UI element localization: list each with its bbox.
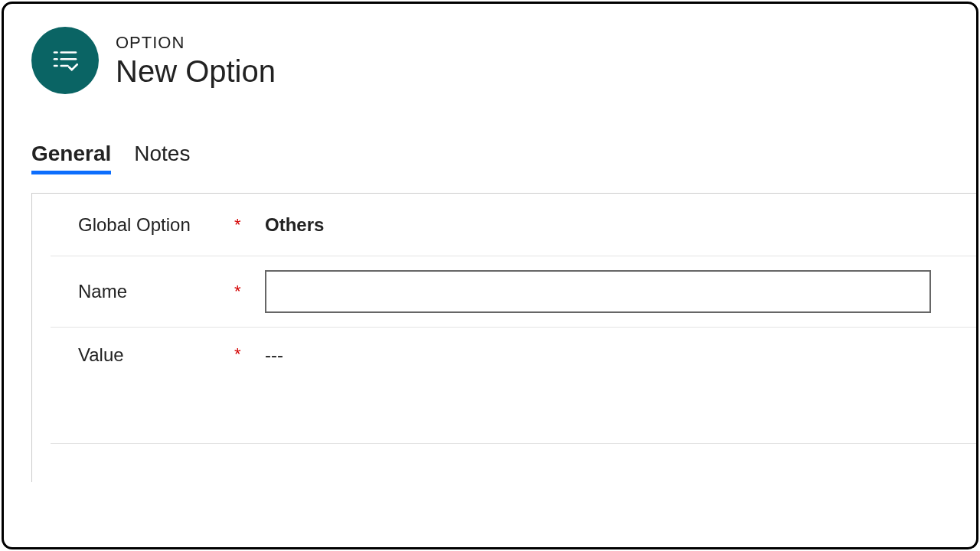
required-marker: *: [234, 215, 265, 235]
global-option-value: Others: [265, 214, 324, 236]
panel-footer-row: [51, 444, 976, 485]
general-panel: Global Option * Others Name * Value * --…: [31, 193, 976, 482]
form-header: OPTION New Option: [4, 4, 976, 94]
header-text: OPTION New Option: [116, 33, 276, 89]
required-marker: *: [234, 282, 265, 302]
tab-notes[interactable]: Notes: [134, 142, 190, 174]
option-form-window: OPTION New Option General Notes Global O…: [2, 2, 978, 549]
global-option-label: Global Option: [51, 214, 234, 236]
list-check-icon: [49, 44, 81, 77]
required-marker: *: [234, 344, 265, 364]
field-row-name: Name *: [51, 256, 976, 328]
name-value-cell: [265, 270, 976, 313]
value-label: Value: [51, 344, 234, 366]
tab-general[interactable]: General: [31, 142, 111, 174]
value-field[interactable]: ---: [265, 344, 976, 366]
field-row-global-option: Global Option * Others: [51, 194, 976, 256]
value-display: ---: [265, 344, 283, 366]
name-label: Name: [51, 281, 234, 302]
option-entity-icon: [31, 27, 99, 94]
name-input[interactable]: [265, 270, 931, 313]
tab-bar: General Notes: [4, 94, 976, 174]
page-title: New Option: [116, 54, 276, 89]
global-option-lookup[interactable]: Others: [265, 214, 976, 236]
entity-type-label: OPTION: [116, 33, 276, 53]
field-row-value: Value * ---: [51, 328, 976, 444]
